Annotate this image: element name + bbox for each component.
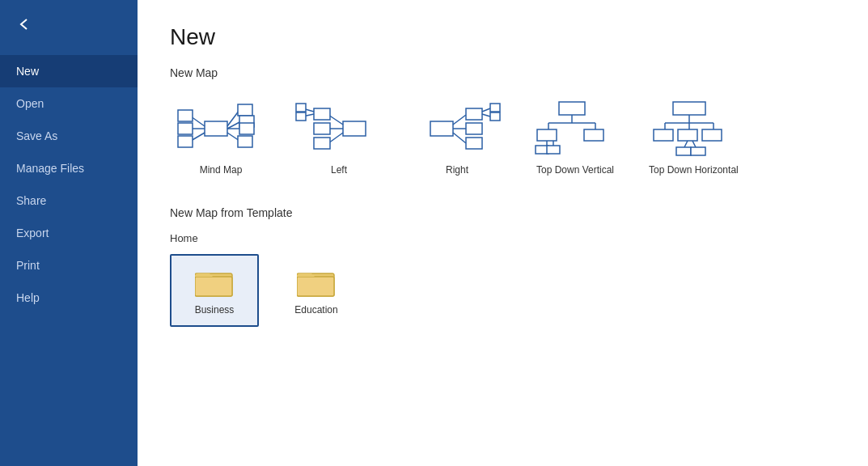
template-option-education-label: Education [294, 304, 337, 316]
sidebar-item-new[interactable]: New [0, 55, 138, 87]
sidebar-item-export[interactable]: Export [0, 217, 138, 249]
sidebar-item-share[interactable]: Share [0, 184, 138, 217]
template-option-education[interactable]: Education [272, 254, 361, 327]
svg-rect-25 [296, 112, 306, 121]
svg-rect-32 [466, 138, 482, 149]
svg-rect-37 [559, 102, 585, 115]
svg-rect-65 [297, 277, 334, 296]
svg-rect-2 [178, 110, 193, 121]
map-option-mind-map[interactable]: Mind Map [170, 92, 272, 182]
svg-rect-55 [654, 129, 673, 141]
map-option-mind-map-label: Mind Map [200, 164, 243, 176]
svg-rect-21 [314, 138, 330, 149]
svg-line-35 [482, 114, 490, 116]
svg-rect-19 [314, 123, 330, 134]
svg-rect-0 [205, 121, 227, 136]
map-option-right[interactable]: Right [406, 92, 508, 182]
template-options: Business Education [170, 254, 836, 327]
sidebar-item-save-as[interactable]: Save As [0, 120, 138, 152]
svg-rect-12 [239, 123, 254, 134]
svg-rect-49 [673, 102, 705, 115]
new-map-section-title: New Map [170, 66, 836, 79]
svg-rect-6 [178, 136, 193, 147]
svg-line-60 [692, 141, 696, 147]
svg-rect-56 [678, 129, 697, 141]
svg-line-58 [684, 141, 688, 147]
svg-rect-48 [547, 146, 560, 154]
sidebar-item-manage-files[interactable]: Manage Files [0, 152, 138, 184]
svg-rect-36 [490, 112, 500, 121]
svg-rect-44 [584, 129, 603, 141]
svg-rect-17 [314, 108, 330, 120]
svg-rect-57 [702, 129, 722, 141]
svg-line-31 [453, 133, 466, 143]
svg-rect-30 [466, 123, 482, 134]
template-option-business-label: Business [195, 304, 235, 316]
svg-rect-8 [238, 104, 252, 116]
sidebar-item-open[interactable]: Open [0, 87, 138, 120]
back-button[interactable] [0, 0, 138, 49]
map-option-top-down-vertical[interactable]: Top Down Vertical [524, 92, 626, 182]
map-option-top-down-horizontal[interactable]: Top Down Horizontal [642, 92, 745, 182]
svg-rect-26 [430, 121, 453, 136]
map-option-left[interactable]: Left [288, 92, 390, 182]
template-section-title: New Map from Template [170, 206, 836, 219]
svg-rect-14 [238, 136, 252, 147]
svg-rect-34 [490, 104, 500, 112]
map-option-left-label: Left [331, 164, 347, 176]
svg-rect-23 [296, 104, 306, 112]
template-option-business[interactable]: Business [170, 254, 259, 327]
svg-rect-15 [343, 121, 366, 136]
page-title: New [170, 24, 836, 50]
sidebar-item-help[interactable]: Help [0, 282, 138, 314]
map-option-top-down-horizontal-label: Top Down Horizontal [649, 164, 739, 176]
svg-rect-41 [537, 129, 557, 141]
sidebar-item-print[interactable]: Print [0, 249, 138, 282]
svg-rect-63 [195, 277, 232, 296]
map-option-right-label: Right [446, 164, 468, 176]
map-options: Mind Map Left [170, 92, 836, 182]
template-section: New Map from Template Home Business [170, 206, 836, 327]
svg-rect-28 [466, 108, 482, 120]
svg-rect-4 [178, 123, 193, 134]
svg-rect-59 [676, 147, 691, 155]
svg-rect-61 [691, 147, 705, 155]
template-group-title: Home [170, 232, 836, 244]
sidebar: New Open Save As Manage Files Share Expo… [0, 0, 138, 466]
main-content: New New Map [138, 0, 868, 466]
map-option-top-down-vertical-label: Top Down Vertical [536, 164, 614, 176]
svg-line-33 [482, 108, 490, 112]
svg-line-27 [453, 115, 466, 125]
